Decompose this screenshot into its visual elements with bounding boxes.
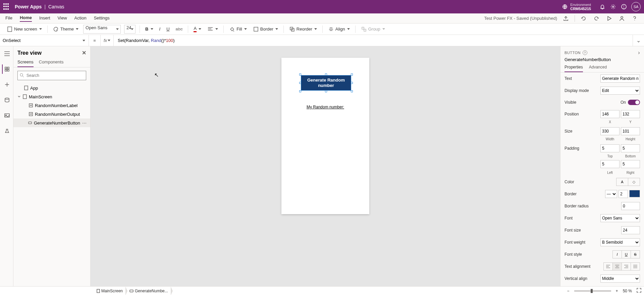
tree-item-randomnumberoutput[interactable]: RandomNumberOutput [13,110,90,118]
menu-action[interactable]: Action [74,15,87,21]
data-icon[interactable] [2,95,11,105]
random-number-label[interactable]: My Random number: [281,105,369,109]
border-button[interactable]: Border [252,26,279,33]
align-justify-button[interactable] [631,262,640,271]
strike-button[interactable]: abc [174,26,184,32]
menu-home[interactable]: Home [20,15,32,22]
breadcrumb-control[interactable]: GenerateNumbe... [127,287,171,295]
align-button[interactable]: Align [327,26,351,33]
user-avatar[interactable]: SA [631,2,641,11]
tree-view-icon[interactable] [2,64,11,74]
zoom-in-icon[interactable]: + [616,289,618,293]
tree-item-randomnumberlabel[interactable]: RandomNumberLabel [13,101,90,110]
formula-input[interactable]: Set(RandomVar, Rand()*100) [114,38,633,43]
environment-block[interactable]: Environment CRM545215 [570,3,591,11]
border-color-swatch[interactable] [629,190,640,197]
menu-file[interactable]: File [5,15,12,21]
new-screen-button[interactable]: New screen [5,26,43,33]
close-tree-icon[interactable]: ✕ [82,50,86,56]
font-weight-select[interactable]: B Semibold [600,238,640,246]
generate-random-button[interactable]: Generate Random number [301,75,351,91]
zoom-out-icon[interactable]: − [567,289,570,293]
tree-item-mainscreen[interactable]: MainScreen [13,92,90,101]
reorder-button[interactable]: Reorder [288,26,318,33]
tab-components[interactable]: Components [39,59,64,67]
expand-props-icon[interactable]: › [638,50,640,56]
underline-toggle[interactable]: U [622,250,631,258]
font-size-input[interactable] [621,226,640,234]
fx-button[interactable]: fx [100,35,114,46]
font-size-select[interactable]: 24 [124,25,136,34]
canvas-screen[interactable]: Generate Random number My Random number: [281,58,369,214]
zoom-slider[interactable] [574,290,611,292]
font-family-select[interactable]: Open Sans [83,25,121,34]
border-width-input[interactable] [619,190,628,198]
border-radius-input[interactable] [621,202,640,210]
pad-left-input[interactable] [600,160,620,168]
tab-screens[interactable]: Screens [17,59,34,67]
info-icon[interactable]: ? [583,50,587,55]
redo-icon[interactable] [592,14,600,22]
fill-color-swatch[interactable] [628,178,640,186]
pos-y-input[interactable] [621,110,640,118]
menu-settings[interactable]: Settings [94,15,110,21]
fill-button[interactable]: Fill [228,26,248,33]
waffle-icon[interactable] [3,3,10,10]
pad-top-input[interactable] [600,144,620,152]
italic-toggle[interactable]: I [612,250,622,258]
insert-icon[interactable] [2,80,11,89]
settings-icon[interactable] [608,1,619,12]
notifications-icon[interactable] [597,1,608,12]
help2-icon[interactable] [631,14,639,22]
prop-font-style: Font style I U S [560,248,644,260]
media-icon[interactable] [2,111,11,120]
tree-item-app[interactable]: App [13,84,90,92]
underline-button[interactable]: U [165,26,171,32]
border-style-select[interactable]: — [605,190,617,198]
bold-button[interactable]: B [144,26,154,32]
advanced-icon[interactable] [2,126,11,136]
align-center-button[interactable] [612,262,622,271]
help-icon[interactable] [619,1,629,12]
property-selector[interactable]: OnSelect [0,35,89,46]
hamburger-icon[interactable] [2,49,11,58]
pad-right-input[interactable] [621,160,640,168]
width-input[interactable] [600,127,620,135]
tree-search-input[interactable] [17,71,86,80]
fit-screen-icon[interactable] [637,288,641,294]
text-align-button[interactable] [206,26,219,33]
menu-insert[interactable]: Insert [39,15,50,21]
breadcrumb-screen[interactable]: MainScreen [94,287,125,295]
theme-button[interactable]: Theme [52,26,80,33]
text-input[interactable] [600,75,640,83]
share-icon[interactable] [562,14,570,22]
pos-x-input[interactable] [600,110,620,118]
environment-icon[interactable] [559,1,570,12]
visible-toggle[interactable] [628,100,640,105]
vertical-align-select[interactable]: Middle [600,275,640,283]
height-input[interactable] [621,127,640,135]
tree-item-generatenumberbutton[interactable]: GenerateNumberButton ⋯ [13,118,90,127]
account-icon[interactable] [618,14,626,22]
search-icon [19,73,24,79]
align-right-button[interactable] [622,262,631,271]
font-color-button[interactable]: A [192,25,203,33]
font-color-swatch[interactable]: A [616,178,628,186]
tab-advanced[interactable]: Advanced [589,65,607,72]
expand-formula-icon[interactable]: ⌄ [633,35,644,46]
prop-size: Size [560,125,644,137]
canvas-area[interactable]: ↖ Generate Random number My Random numbe… [91,46,560,286]
pad-bottom-input[interactable] [621,144,640,152]
italic-button[interactable]: I [158,26,162,32]
environment-name: CRM545215 [570,7,591,11]
strike-toggle[interactable]: S [631,250,640,258]
tab-properties[interactable]: Properties [565,65,583,72]
prop-font-weight: Font weight B Semibold [560,236,644,248]
font-select[interactable]: Open Sans [600,214,640,222]
tree-item-more-icon[interactable]: ⋯ [82,120,87,126]
align-left-button[interactable] [603,262,613,271]
menu-view[interactable]: View [58,15,67,21]
undo-icon[interactable] [580,14,588,22]
display-mode-select[interactable]: Edit [600,87,640,95]
play-icon[interactable] [605,14,613,22]
